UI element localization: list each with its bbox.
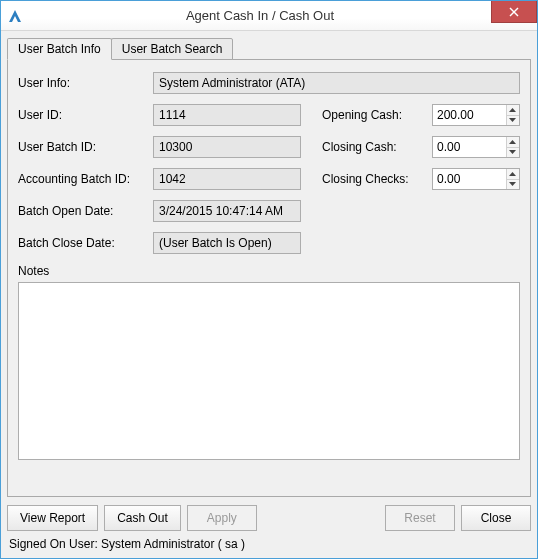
- window-title: Agent Cash In / Cash Out: [29, 8, 491, 23]
- chevron-down-icon: [509, 118, 516, 122]
- client-area: User Batch Info User Batch Search User I…: [1, 31, 537, 558]
- opening-cash-down[interactable]: [507, 116, 519, 126]
- closing-cash-input[interactable]: [433, 137, 506, 157]
- tab-user-batch-info[interactable]: User Batch Info: [7, 38, 112, 60]
- label-user-info: User Info:: [18, 76, 153, 90]
- window-close-button[interactable]: [491, 1, 537, 23]
- label-acct-batch-id: Accounting Batch ID:: [18, 172, 153, 186]
- svg-marker-3: [509, 108, 516, 112]
- field-user-id: 1114: [153, 104, 301, 126]
- opening-cash-up[interactable]: [507, 105, 519, 116]
- label-closing-cash: Closing Cash:: [322, 140, 432, 154]
- svg-marker-5: [509, 140, 516, 144]
- field-batch-close: (User Batch Is Open): [153, 232, 301, 254]
- closing-checks-input[interactable]: [433, 169, 506, 189]
- svg-marker-0: [9, 10, 21, 22]
- opening-cash-input[interactable]: [433, 105, 506, 125]
- notes-textarea[interactable]: [18, 282, 520, 460]
- apply-button: Apply: [187, 505, 257, 531]
- label-opening-cash: Opening Cash:: [322, 108, 432, 122]
- chevron-up-icon: [509, 108, 516, 112]
- field-user-batch-id: 10300: [153, 136, 301, 158]
- closing-checks-stepper[interactable]: [432, 168, 520, 190]
- app-icon: [7, 8, 23, 24]
- opening-cash-stepper[interactable]: [432, 104, 520, 126]
- titlebar: Agent Cash In / Cash Out: [1, 1, 537, 31]
- field-user-info: System Administrator (ATA): [153, 72, 520, 94]
- label-batch-open: Batch Open Date:: [18, 204, 153, 218]
- tab-user-batch-search[interactable]: User Batch Search: [111, 38, 234, 60]
- field-batch-open: 3/24/2015 10:47:14 AM: [153, 200, 301, 222]
- closing-checks-down[interactable]: [507, 180, 519, 190]
- chevron-down-icon: [509, 150, 516, 154]
- closing-cash-up[interactable]: [507, 137, 519, 148]
- closing-cash-stepper[interactable]: [432, 136, 520, 158]
- reset-button: Reset: [385, 505, 455, 531]
- label-user-batch-id: User Batch ID:: [18, 140, 153, 154]
- closing-cash-down[interactable]: [507, 148, 519, 158]
- svg-marker-8: [509, 182, 516, 186]
- button-row: View Report Cash Out Apply Reset Close: [7, 505, 531, 531]
- svg-marker-7: [509, 172, 516, 176]
- chevron-up-icon: [509, 140, 516, 144]
- label-notes: Notes: [18, 264, 520, 278]
- chevron-down-icon: [509, 182, 516, 186]
- tab-panel-info: User Info: System Administrator (ATA) Us…: [7, 59, 531, 497]
- tab-strip: User Batch Info User Batch Search: [7, 37, 531, 59]
- svg-marker-4: [509, 118, 516, 122]
- status-bar: Signed On User: System Administrator ( s…: [7, 535, 531, 553]
- svg-marker-6: [509, 150, 516, 154]
- chevron-up-icon: [509, 172, 516, 176]
- label-closing-checks: Closing Checks:: [322, 172, 432, 186]
- closing-checks-up[interactable]: [507, 169, 519, 180]
- view-report-button[interactable]: View Report: [7, 505, 98, 531]
- cash-out-button[interactable]: Cash Out: [104, 505, 181, 531]
- label-user-id: User ID:: [18, 108, 153, 122]
- close-button[interactable]: Close: [461, 505, 531, 531]
- field-acct-batch-id: 1042: [153, 168, 301, 190]
- label-batch-close: Batch Close Date:: [18, 236, 153, 250]
- close-icon: [509, 7, 519, 17]
